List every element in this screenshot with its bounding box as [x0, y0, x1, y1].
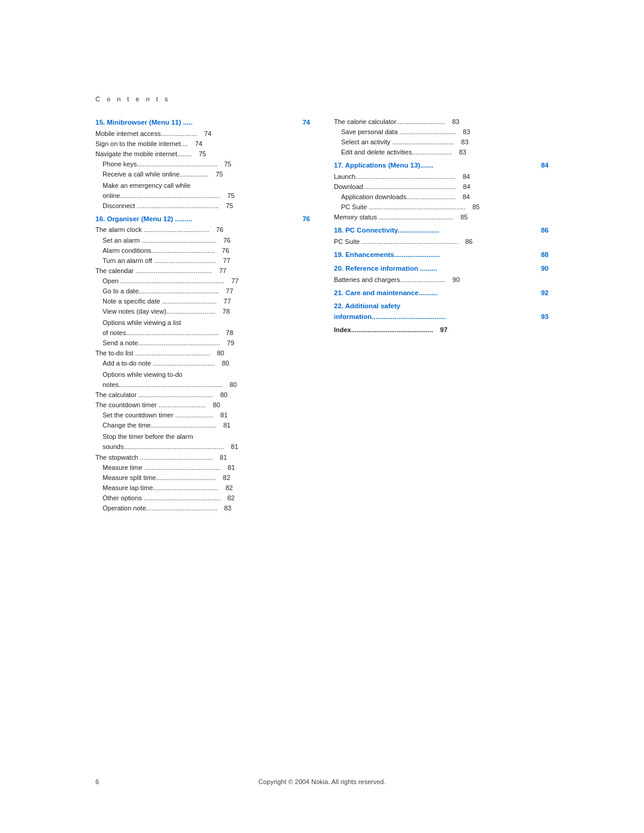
toc-multiline: Options while viewing to-do	[95, 368, 310, 380]
section-heading: 21. Care and maintenance..........92	[334, 287, 549, 299]
toc-entry: Measure split time......................…	[95, 473, 310, 483]
index-entry: Index...................................…	[334, 325, 549, 335]
toc-entry: PC Suite ...............................…	[334, 237, 549, 247]
section-heading: 17. Applications (Menu 13).......84	[334, 160, 549, 172]
toc-entry: The countdown timer ....................…	[95, 400, 310, 410]
toc-entry: of notes................................…	[95, 328, 310, 338]
toc-entry: sounds..................................…	[95, 442, 310, 452]
toc-entry: View notes (day view)...................…	[95, 306, 310, 317]
toc-entry: Select an activity .....................…	[334, 137, 549, 147]
toc-entry: Download................................…	[334, 182, 549, 192]
section-heading: 15. Minibrowser (Menu 11) .....74	[95, 117, 310, 129]
toc-entry: Change the time.........................…	[95, 420, 310, 431]
toc-entry: Open ...................................…	[95, 276, 310, 286]
toc-entry: The stopwatch ..........................…	[95, 453, 310, 463]
section-heading: 20. Reference information .........90	[334, 263, 549, 275]
toc-entry: Mobile internet access..................…	[95, 129, 310, 139]
toc-entry: Go to a date............................…	[95, 286, 310, 296]
contents-header: C o n t e n t s	[95, 95, 549, 103]
toc-entry: Operation note..........................…	[95, 503, 310, 513]
toc-entry: Measure lap time........................…	[95, 483, 310, 493]
section-heading: 16. Organiser (Menu 12) .........76	[95, 213, 310, 225]
section-multiline: 22. Additional safetyinformation........…	[334, 301, 549, 323]
toc-entry: Navigate the mobile internet........75	[95, 149, 310, 159]
toc-entry: Disconnect .............................…	[95, 201, 310, 211]
toc-multiline: Stop the timer before the alarm	[95, 431, 310, 442]
toc-columns: 15. Minibrowser (Menu 11) .....74Mobile …	[95, 117, 549, 513]
toc-entry: Alarm conditions........................…	[95, 246, 310, 256]
toc-entry: PC Suite ...............................…	[334, 202, 549, 212]
toc-multiline: Make an emergency call while	[95, 179, 310, 191]
toc-entry: Edit and delete activities..............…	[334, 147, 549, 157]
toc-entry: The calendar ...........................…	[95, 266, 310, 276]
toc-entry: Turn an alarm off ......................…	[95, 256, 310, 266]
toc-entry: The alarm clock ........................…	[95, 225, 310, 235]
section-heading: 18. PC Connectivity.....................…	[334, 225, 549, 237]
toc-entry: Add a to-do note .......................…	[95, 358, 310, 368]
footer-copyright: Copyright © 2004 Nokia. All rights reser…	[0, 778, 644, 785]
toc-entry: Other options ..........................…	[95, 493, 310, 503]
toc-entry: Launch..................................…	[334, 172, 549, 182]
toc-entry: Application downloads...................…	[334, 192, 549, 202]
page: C o n t e n t s 15. Minibrowser (Menu 11…	[0, 0, 644, 833]
toc-entry: notes...................................…	[95, 380, 310, 390]
right-column: The calorie calculator..................…	[334, 117, 549, 335]
toc-entry: The calorie calculator..................…	[334, 117, 549, 127]
toc-entry: Phone keys..............................…	[95, 159, 310, 169]
section-heading: 19. Enhancements........................…	[334, 249, 549, 261]
toc-entry: Sign on to the mobile internet....74	[95, 139, 310, 149]
left-column: 15. Minibrowser (Menu 11) .....74Mobile …	[95, 117, 310, 513]
toc-entry: online..................................…	[95, 191, 310, 201]
toc-entry: Measure time ...........................…	[95, 463, 310, 473]
toc-entry: Receive a call while online.............…	[95, 169, 310, 179]
toc-entry: Batteries and chargers..................…	[334, 275, 549, 285]
toc-entry: The to-do list .........................…	[95, 348, 310, 358]
toc-entry: Send a note.............................…	[95, 338, 310, 348]
toc-multiline: Options while viewing a list	[95, 317, 310, 328]
toc-entry: The calculator .........................…	[95, 390, 310, 400]
toc-entry: Set an alarm ...........................…	[95, 236, 310, 246]
toc-entry: Save personal data .....................…	[334, 127, 549, 137]
toc-entry: Memory status ..........................…	[334, 212, 549, 222]
toc-entry: Set the countdown timer ................…	[95, 410, 310, 420]
toc-entry: Note a specific date ...................…	[95, 296, 310, 306]
